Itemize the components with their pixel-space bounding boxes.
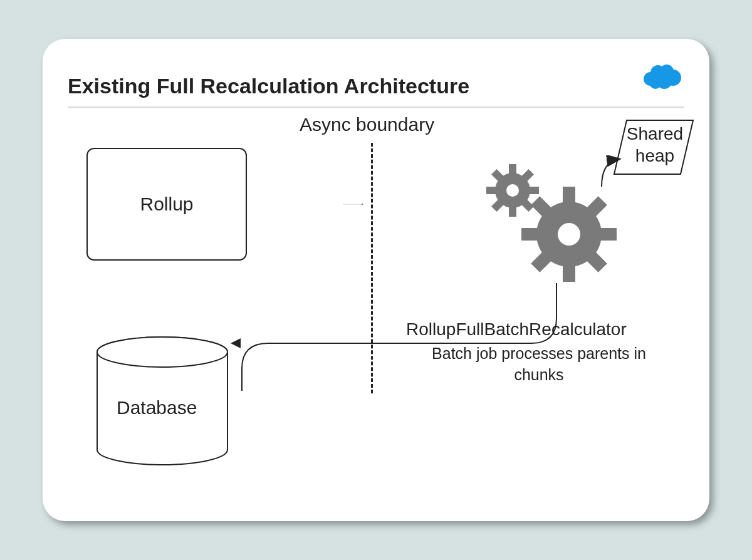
shared-heap-label: Shared heap: [620, 123, 689, 167]
arrow-gears-to-database: [231, 281, 563, 405]
rollup-node-label: Rollup: [140, 194, 193, 215]
arrow-gears-to-heap: [598, 155, 623, 190]
svg-rect-8: [509, 164, 516, 175]
recalculator-subtitle: Batch job processes parents in chunks: [420, 343, 658, 386]
database-label: Database: [117, 397, 197, 418]
svg-rect-21: [599, 228, 617, 241]
svg-rect-19: [563, 264, 575, 282]
svg-point-26: [558, 223, 580, 246]
title-underline: [68, 106, 684, 108]
shared-heap-line2: heap: [635, 146, 674, 165]
svg-rect-20: [521, 228, 539, 241]
svg-rect-9: [509, 205, 516, 217]
diagram-title: Existing Full Recalculation Architecture: [68, 74, 469, 98]
rollup-node: Rollup: [86, 148, 247, 261]
shared-heap-line1: Shared: [627, 124, 683, 143]
async-boundary-line: [371, 143, 373, 393]
diagram-card: Existing Full Recalculation Architecture…: [43, 39, 709, 521]
recalculator-title: RollupFullBatchRecalculator: [406, 319, 627, 340]
svg-point-28: [97, 337, 227, 367]
salesforce-cloud-icon: [642, 63, 682, 90]
svg-rect-11: [528, 187, 539, 194]
svg-marker-35: [231, 338, 241, 348]
svg-point-5: [649, 76, 662, 89]
svg-rect-10: [486, 187, 498, 194]
arrow-rollup-to-gears: [247, 204, 460, 205]
svg-point-16: [506, 184, 519, 197]
svg-rect-18: [563, 187, 575, 204]
async-boundary-label: Async boundary: [300, 114, 434, 135]
